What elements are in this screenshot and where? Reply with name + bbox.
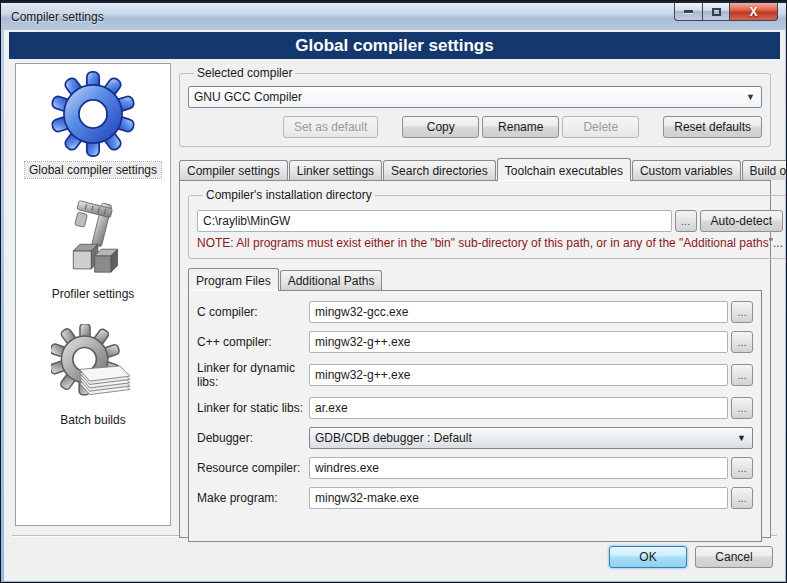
installation-directory-input[interactable] bbox=[197, 210, 672, 232]
field-label: C++ compiler: bbox=[197, 335, 309, 349]
browse-resource-compiler-button[interactable]: ... bbox=[731, 457, 753, 479]
compiler-select[interactable]: GNU GCC Compiler ▼ bbox=[188, 86, 762, 108]
field-label: Linker for dynamic libs: bbox=[197, 361, 309, 389]
page-title: Global compiler settings bbox=[9, 32, 780, 59]
browse-c-compiler-button[interactable]: ... bbox=[731, 301, 753, 323]
caliper-icon bbox=[52, 200, 134, 282]
field-label: Resource compiler: bbox=[197, 461, 309, 475]
browse-directory-button[interactable]: ... bbox=[675, 210, 697, 232]
tab-build-options[interactable]: Build options bbox=[742, 160, 787, 180]
installation-directory-group: Compiler's installation directory ... Au… bbox=[188, 188, 787, 259]
footer-buttons: OK Cancel bbox=[609, 546, 773, 568]
form-row-dynamic-linker: Linker for dynamic libs: ... bbox=[197, 361, 753, 389]
chevron-down-icon: ▼ bbox=[746, 92, 755, 102]
field-label: Debugger: bbox=[197, 431, 309, 445]
compiler-select-value: GNU GCC Compiler bbox=[194, 90, 302, 104]
selected-compiler-legend: Selected compiler bbox=[194, 66, 295, 80]
sidebar-item-label: Profiler settings bbox=[48, 286, 139, 302]
subtab-additional-paths[interactable]: Additional Paths bbox=[280, 270, 383, 290]
browse-cpp-compiler-button[interactable]: ... bbox=[731, 331, 753, 353]
tab-search-directories[interactable]: Search directories bbox=[383, 160, 496, 180]
static-linker-input[interactable] bbox=[309, 397, 728, 419]
gray-gear-stack-icon bbox=[51, 324, 135, 408]
chevron-down-icon: ▼ bbox=[737, 433, 746, 443]
settings-category-sidebar: Global compiler settings bbox=[15, 63, 171, 526]
set-as-default-button[interactable]: Set as default bbox=[283, 116, 378, 138]
maximize-icon bbox=[712, 8, 721, 16]
browse-make-program-button[interactable]: ... bbox=[731, 487, 753, 509]
minimize-button[interactable] bbox=[674, 3, 703, 21]
sidebar-item-label: Batch builds bbox=[56, 412, 129, 428]
sidebar-item-profiler-settings[interactable]: Profiler settings bbox=[48, 200, 139, 302]
install-dir-note: NOTE: All programs must exist either in … bbox=[197, 236, 783, 250]
cancel-button[interactable]: Cancel bbox=[695, 546, 773, 568]
make-program-input[interactable] bbox=[309, 487, 728, 509]
form-row-debugger: Debugger: GDB/CDB debugger : Default ▼ bbox=[197, 427, 753, 449]
window-title: Compiler settings bbox=[11, 10, 104, 24]
dynamic-linker-input[interactable] bbox=[309, 364, 728, 386]
c-compiler-input[interactable] bbox=[309, 301, 728, 323]
delete-button[interactable]: Delete bbox=[562, 116, 639, 138]
tab-compiler-settings[interactable]: Compiler settings bbox=[179, 160, 288, 180]
subtab-program-files[interactable]: Program Files bbox=[188, 268, 279, 291]
dialog-body: Global compiler settings bbox=[4, 30, 785, 581]
cpp-compiler-input[interactable] bbox=[309, 331, 728, 353]
compiler-buttons: Set as default Copy Rename Delete Reset … bbox=[188, 116, 762, 138]
sidebar-item-global-compiler-settings[interactable]: Global compiler settings bbox=[25, 70, 161, 178]
field-label: Make program: bbox=[197, 491, 309, 505]
form-row-c-compiler: C compiler: ... bbox=[197, 301, 753, 323]
ok-button[interactable]: OK bbox=[609, 546, 687, 568]
browse-static-linker-button[interactable]: ... bbox=[731, 397, 753, 419]
tab-custom-variables[interactable]: Custom variables bbox=[632, 160, 741, 180]
close-icon: X bbox=[749, 5, 757, 19]
program-subtabs: Program Files Additional Paths bbox=[188, 269, 762, 290]
debugger-select[interactable]: GDB/CDB debugger : Default ▼ bbox=[309, 427, 753, 449]
selected-compiler-group: Selected compiler GNU GCC Compiler ▼ Set… bbox=[179, 66, 771, 147]
maximize-button[interactable] bbox=[703, 3, 730, 21]
window-controls: X bbox=[674, 3, 778, 21]
form-row-make-program: Make program: ... bbox=[197, 487, 753, 509]
close-button[interactable]: X bbox=[730, 3, 778, 21]
compiler-settings-window: Compiler settings X Global compiler sett… bbox=[0, 0, 787, 583]
reset-defaults-button[interactable]: Reset defaults bbox=[663, 116, 762, 138]
debugger-select-value: GDB/CDB debugger : Default bbox=[315, 431, 472, 445]
installation-directory-legend: Compiler's installation directory bbox=[203, 188, 375, 202]
blue-gear-icon bbox=[49, 70, 137, 158]
program-files-panel: C compiler: ... C++ compiler: ... Linker… bbox=[188, 290, 762, 542]
sidebar-item-batch-builds[interactable]: Batch builds bbox=[51, 324, 135, 428]
form-row-resource-compiler: Resource compiler: ... bbox=[197, 457, 753, 479]
form-row-cpp-compiler: C++ compiler: ... bbox=[197, 331, 753, 353]
sidebar-item-label: Global compiler settings bbox=[25, 162, 161, 178]
tab-toolchain-executables[interactable]: Toolchain executables bbox=[497, 158, 631, 181]
auto-detect-button[interactable]: Auto-detect bbox=[700, 210, 783, 232]
field-label: Linker for static libs: bbox=[197, 401, 309, 415]
copy-button[interactable]: Copy bbox=[402, 116, 479, 138]
resource-compiler-input[interactable] bbox=[309, 457, 728, 479]
minimize-icon bbox=[684, 10, 693, 13]
main-panel: Selected compiler GNU GCC Compiler ▼ Set… bbox=[179, 63, 771, 526]
field-label: C compiler: bbox=[197, 305, 309, 319]
tab-linker-settings[interactable]: Linker settings bbox=[289, 160, 382, 180]
titlebar[interactable]: Compiler settings X bbox=[1, 1, 786, 30]
form-row-static-linker: Linker for static libs: ... bbox=[197, 397, 753, 419]
browse-dynamic-linker-button[interactable]: ... bbox=[731, 364, 753, 386]
toolchain-executables-panel: Compiler's installation directory ... Au… bbox=[179, 180, 771, 538]
settings-tabstrip: Compiler settings Linker settings Search… bbox=[179, 158, 771, 180]
rename-button[interactable]: Rename bbox=[482, 116, 559, 138]
